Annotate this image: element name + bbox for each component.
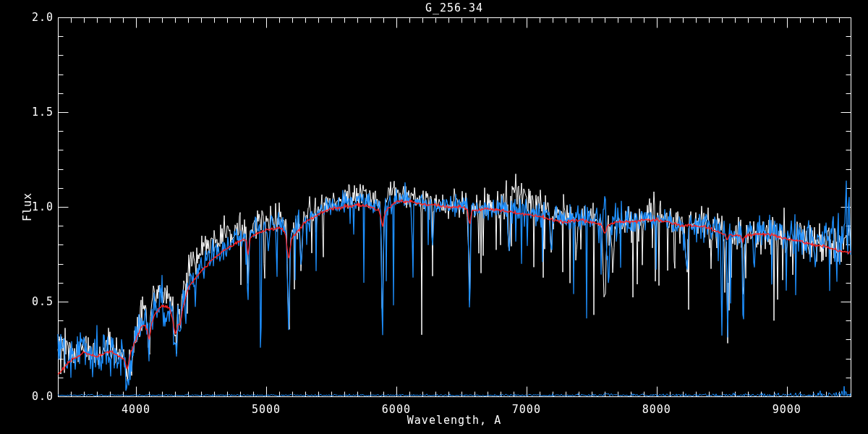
- x-axis-label: Wavelength, A: [58, 414, 851, 427]
- spectrum-plot: 4000500060007000800090000.00.51.01.52.0 …: [0, 0, 868, 434]
- plot-title: G_256-34: [58, 1, 851, 14]
- y-tick-label: 1.5: [6, 106, 54, 119]
- y-axis-label: Flux: [21, 192, 34, 221]
- y-tick-label: 0.5: [6, 295, 54, 308]
- y-tick-label: 0.0: [6, 390, 54, 403]
- y-tick-label: 2.0: [6, 11, 54, 24]
- plot-canvas: [0, 0, 868, 434]
